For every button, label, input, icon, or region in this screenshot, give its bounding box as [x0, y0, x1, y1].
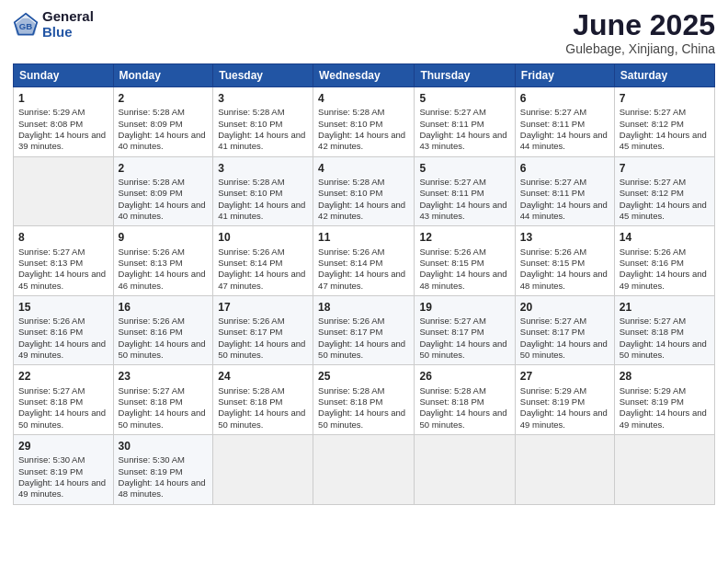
day-info: Sunrise: 5:26 AMSunset: 8:14 PMDaylight:…: [218, 247, 308, 292]
day-number: 2: [119, 161, 209, 176]
table-cell: 27Sunrise: 5:29 AMSunset: 8:19 PMDayligh…: [515, 365, 614, 435]
day-number: 30: [119, 439, 209, 454]
table-cell: 29Sunrise: 5:30 AMSunset: 8:19 PMDayligh…: [14, 435, 114, 505]
table-cell: 6Sunrise: 5:27 AMSunset: 8:11 PMDaylight…: [515, 156, 614, 226]
day-number: 6: [520, 91, 609, 106]
day-info: Sunrise: 5:27 AMSunset: 8:11 PMDaylight:…: [520, 107, 609, 152]
day-info: Sunrise: 5:27 AMSunset: 8:11 PMDaylight:…: [419, 177, 509, 222]
day-info: Sunrise: 5:29 AMSunset: 8:08 PMDaylight:…: [18, 107, 108, 152]
day-info: Sunrise: 5:26 AMSunset: 8:16 PMDaylight:…: [18, 316, 108, 361]
table-cell: 23Sunrise: 5:27 AMSunset: 8:18 PMDayligh…: [113, 365, 213, 435]
day-info: Sunrise: 5:27 AMSunset: 8:11 PMDaylight:…: [520, 177, 609, 222]
table-cell: 28Sunrise: 5:29 AMSunset: 8:19 PMDayligh…: [614, 365, 714, 435]
table-cell: 10Sunrise: 5:26 AMSunset: 8:14 PMDayligh…: [213, 226, 313, 296]
day-number: 11: [318, 230, 409, 245]
table-cell: 3Sunrise: 5:28 AMSunset: 8:10 PMDaylight…: [213, 156, 313, 226]
day-number: 26: [419, 369, 509, 384]
table-row: 1Sunrise: 5:29 AMSunset: 8:08 PMDaylight…: [14, 87, 715, 157]
day-info: Sunrise: 5:27 AMSunset: 8:12 PMDaylight:…: [620, 107, 710, 152]
day-info: Sunrise: 5:27 AMSunset: 8:12 PMDaylight:…: [620, 177, 710, 222]
day-number: 15: [18, 300, 108, 315]
table-cell: 7Sunrise: 5:27 AMSunset: 8:12 PMDaylight…: [614, 87, 714, 157]
table-cell: 2Sunrise: 5:28 AMSunset: 8:09 PMDaylight…: [113, 87, 213, 157]
day-number: 14: [620, 230, 710, 245]
table-row: 2Sunrise: 5:28 AMSunset: 8:09 PMDaylight…: [14, 156, 715, 226]
table-cell: 21Sunrise: 5:27 AMSunset: 8:18 PMDayligh…: [614, 295, 714, 365]
day-info: Sunrise: 5:26 AMSunset: 8:14 PMDaylight:…: [318, 247, 409, 292]
day-number: 19: [419, 300, 509, 315]
table-cell: 13Sunrise: 5:26 AMSunset: 8:15 PMDayligh…: [515, 226, 614, 296]
day-info: Sunrise: 5:27 AMSunset: 8:13 PMDaylight:…: [18, 247, 108, 292]
table-cell: 11Sunrise: 5:26 AMSunset: 8:14 PMDayligh…: [313, 226, 415, 296]
header: GB General Blue June 2025 Gulebage, Xinj…: [13, 9, 715, 56]
table-cell: 5Sunrise: 5:27 AMSunset: 8:11 PMDaylight…: [415, 156, 515, 226]
table-cell: 19Sunrise: 5:27 AMSunset: 8:17 PMDayligh…: [415, 295, 515, 365]
table-cell: 6Sunrise: 5:27 AMSunset: 8:11 PMDaylight…: [515, 87, 614, 157]
day-number: 4: [318, 161, 409, 176]
day-info: Sunrise: 5:27 AMSunset: 8:11 PMDaylight:…: [419, 107, 509, 152]
day-number: 10: [218, 230, 308, 245]
day-number: 7: [620, 91, 710, 106]
table-cell: 7Sunrise: 5:27 AMSunset: 8:12 PMDaylight…: [614, 156, 714, 226]
table-cell: 20Sunrise: 5:27 AMSunset: 8:17 PMDayligh…: [515, 295, 614, 365]
day-number: 16: [119, 300, 209, 315]
day-number: 5: [419, 91, 509, 106]
table-cell: 2Sunrise: 5:28 AMSunset: 8:09 PMDaylight…: [113, 156, 213, 226]
day-number: 5: [419, 161, 509, 176]
table-cell: 18Sunrise: 5:26 AMSunset: 8:17 PMDayligh…: [313, 295, 415, 365]
day-number: 27: [520, 369, 609, 384]
day-info: Sunrise: 5:27 AMSunset: 8:17 PMDaylight:…: [419, 316, 509, 361]
day-number: 12: [419, 230, 509, 245]
day-number: 24: [218, 369, 308, 384]
day-number: 23: [119, 369, 209, 384]
table-cell: 15Sunrise: 5:26 AMSunset: 8:16 PMDayligh…: [14, 295, 114, 365]
day-number: 29: [18, 439, 108, 454]
day-number: 3: [218, 161, 308, 176]
day-info: Sunrise: 5:30 AMSunset: 8:19 PMDaylight:…: [119, 454, 209, 500]
day-info: Sunrise: 5:26 AMSunset: 8:13 PMDaylight:…: [119, 247, 209, 292]
table-cell: 24Sunrise: 5:28 AMSunset: 8:18 PMDayligh…: [213, 365, 313, 435]
table-cell: [415, 435, 515, 505]
logo-text: General Blue: [42, 9, 94, 40]
table-cell: 14Sunrise: 5:26 AMSunset: 8:16 PMDayligh…: [614, 226, 714, 296]
day-number: 22: [18, 369, 108, 384]
day-info: Sunrise: 5:27 AMSunset: 8:17 PMDaylight:…: [520, 316, 609, 361]
logo-icon: GB: [13, 12, 39, 38]
day-info: Sunrise: 5:27 AMSunset: 8:18 PMDaylight:…: [18, 385, 108, 431]
day-info: Sunrise: 5:28 AMSunset: 8:18 PMDaylight:…: [218, 385, 308, 431]
table-cell: 26Sunrise: 5:28 AMSunset: 8:18 PMDayligh…: [415, 365, 515, 435]
day-info: Sunrise: 5:27 AMSunset: 8:18 PMDaylight:…: [620, 316, 710, 361]
table-cell: [14, 156, 114, 226]
day-number: 1: [18, 91, 108, 106]
day-info: Sunrise: 5:28 AMSunset: 8:10 PMDaylight:…: [218, 177, 308, 222]
table-cell: 3Sunrise: 5:28 AMSunset: 8:10 PMDaylight…: [213, 87, 313, 157]
col-friday: Friday: [515, 64, 614, 87]
title-block: June 2025 Gulebage, Xinjiang, China: [565, 9, 715, 56]
day-info: Sunrise: 5:29 AMSunset: 8:19 PMDaylight:…: [520, 385, 609, 431]
table-cell: 22Sunrise: 5:27 AMSunset: 8:18 PMDayligh…: [14, 365, 114, 435]
month-title: June 2025: [565, 9, 715, 41]
calendar-table: Sunday Monday Tuesday Wednesday Thursday…: [13, 63, 715, 504]
day-number: 28: [620, 369, 710, 384]
day-number: 17: [218, 300, 308, 315]
col-sunday: Sunday: [14, 64, 114, 87]
table-row: 22Sunrise: 5:27 AMSunset: 8:18 PMDayligh…: [14, 365, 715, 435]
table-cell: [515, 435, 614, 505]
table-cell: 9Sunrise: 5:26 AMSunset: 8:13 PMDaylight…: [113, 226, 213, 296]
table-cell: [213, 435, 313, 505]
table-cell: 4Sunrise: 5:28 AMSunset: 8:10 PMDaylight…: [313, 87, 415, 157]
day-number: 25: [318, 369, 409, 384]
day-info: Sunrise: 5:26 AMSunset: 8:16 PMDaylight:…: [620, 247, 710, 292]
col-thursday: Thursday: [415, 64, 515, 87]
day-number: 7: [620, 161, 710, 176]
day-number: 21: [620, 300, 710, 315]
logo-general-label: General: [42, 9, 94, 25]
day-number: 3: [218, 91, 308, 106]
day-number: 6: [520, 161, 609, 176]
day-info: Sunrise: 5:26 AMSunset: 8:17 PMDaylight:…: [318, 316, 409, 361]
day-number: 13: [520, 230, 609, 245]
page-container: GB General Blue June 2025 Gulebage, Xinj…: [0, 0, 728, 514]
table-cell: 12Sunrise: 5:26 AMSunset: 8:15 PMDayligh…: [415, 226, 515, 296]
day-info: Sunrise: 5:28 AMSunset: 8:09 PMDaylight:…: [119, 177, 209, 222]
day-info: Sunrise: 5:26 AMSunset: 8:16 PMDaylight:…: [119, 316, 209, 361]
